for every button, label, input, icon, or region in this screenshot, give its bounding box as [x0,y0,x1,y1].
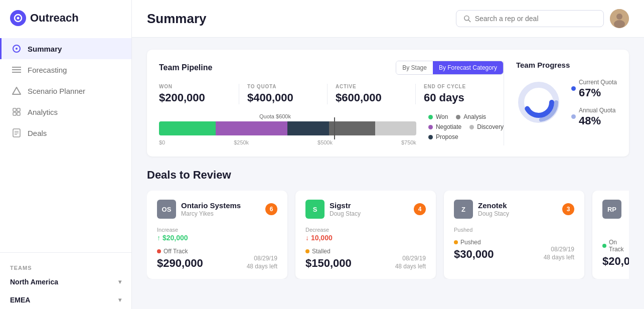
pipeline-toggle: By Stage By Forecast Category [396,61,504,75]
pipeline-legend: Won Analysis Negotiate [428,113,504,145]
deal-sigstr-rep: Doug Stacy [330,210,361,217]
team-progress-title: Team Progress [516,61,570,69]
bar-seg-won [159,121,216,135]
deal-zenotek-date-val: 08/29/19 [544,246,574,253]
deal-ontario-amount: $290,000 [157,257,203,270]
deal-sigstr-status-dot [305,249,309,253]
toggle-by-forecast[interactable]: By Forecast Category [433,61,503,74]
svg-marker-7 [13,87,21,94]
sidebar-item-forecasting[interactable]: Forecasting [0,59,131,80]
xaxis-0: $0 [159,139,165,145]
stat-end-of-cycle: END OF CYCLE 60 days [416,84,504,104]
svg-point-23 [526,89,552,115]
legend-dot-analysis [456,115,460,119]
bar-seg-discovery [375,121,416,135]
deals-grid: OS Ontario Systems Marcy Yikes 6 Increas… [147,191,629,279]
deal-sigstr-name: Sigstr [330,201,361,210]
deal-card-zenotek[interactable]: Z Zenotek Doug Stacy 3 Pushed [444,191,584,279]
bar-chart [159,121,416,135]
bar-seg-propose [287,121,329,135]
logo-text: Outreach [30,12,79,25]
deal-sigstr-company: S Sigstr Doug Stacy [305,200,361,219]
xaxis-3: $750k [401,139,416,145]
search-box[interactable] [456,10,604,27]
deal-zenotek-status: Pushed [454,239,494,246]
deal-sigstr-status: Stalled [305,248,352,255]
deal-zenotek-rep: Doug Stacy [478,210,509,217]
deal-sigstr-status-label: Stalled [312,248,331,255]
pipeline-body: Quota $600k [159,113,504,145]
deal-zenotek-days: 48 days left [544,254,574,261]
stat-won-value: $200,000 [159,91,231,104]
toggle-by-stage[interactable]: By Stage [396,61,433,74]
deal-sigstr-logo: S [305,200,325,219]
stat-to-quota-label: TO QUOTA [247,84,319,89]
svg-point-20 [614,20,625,28]
stat-won: WON $200,000 [159,84,239,104]
legend-discovery-label: Discovery [477,123,504,130]
deal-rp-amount: $20,0 [602,255,629,268]
current-quota-item: Current Quota 67% [571,77,617,99]
deal-sigstr-change-label: Decrease [305,227,426,233]
deal-zenotek-status-dot [454,240,458,244]
teams-section-label: TEAMS [0,257,131,273]
deals-title: Deals to Review [147,169,629,182]
sidebar-item-scenario-planner[interactable]: Scenario Planner [0,80,131,101]
logo-area: Outreach [0,0,131,34]
deal-ontario-rep: Marcy Yikes [181,210,241,217]
deal-zenotek-header: Z Zenotek Doug Stacy 3 [454,200,574,219]
current-quota-pct: 67% [579,86,617,99]
main-nav: Summary Forecasting Scenario Planner [0,34,131,252]
quota-label: Quota $600k [259,113,416,119]
team-progress-section: Team Progress [504,61,617,145]
deal-card-rp[interactable]: RP On Track $20,0 [592,191,629,279]
sidebar-item-deals[interactable]: Deals [0,122,131,143]
deals-section: Deals to Review OS Ontario Systems Marcy… [147,169,629,279]
legend-analysis-label: Analysis [463,113,486,120]
emea-label: EMEA [10,296,30,304]
deal-sigstr-date: 08/29/19 48 days left [395,255,426,270]
deal-ontario-company: OS Ontario Systems Marcy Yikes [157,200,241,219]
annual-quota-dot [571,114,576,119]
deal-zenotek-date: 08/29/19 48 days left [544,246,574,261]
legend-row-3: Propose [428,133,504,140]
deal-sigstr-status-area: Stalled $150,000 [305,248,352,270]
bar-segments [159,121,416,135]
deal-card-ontario[interactable]: OS Ontario Systems Marcy Yikes 6 Increas… [147,191,287,279]
deal-sigstr-initials: S [313,206,317,213]
annual-quota-pct: 48% [579,114,615,127]
sidebar-item-analytics[interactable]: Analytics [0,101,131,122]
deals-icon [12,128,22,138]
sidebar-team-north-america[interactable]: North America ▾ [0,273,131,291]
sidebar-team-emea[interactable]: EMEA ▾ [0,291,131,309]
deal-rp-header: RP [602,200,629,219]
main-content: Summary Team Pipeli [132,0,644,309]
quota-tick [334,117,335,139]
emea-chevron: ▾ [118,296,121,303]
legend-propose-label: Propose [436,133,458,140]
page-title: Summary [147,11,207,27]
deal-ontario-date-val: 08/29/19 [247,255,277,262]
deal-ontario-header: OS Ontario Systems Marcy Yikes 6 [157,200,277,219]
progress-body: Current Quota 67% Annual Quota 48% [516,77,617,127]
legend-won: Won [428,113,448,120]
bar-seg-negotiate [216,121,288,135]
deal-zenotek-text: Zenotek Doug Stacy [478,201,509,217]
deal-ontario-days: 48 days left [247,263,277,270]
annual-quota-item: Annual Quota 48% [571,105,617,127]
deal-card-sigstr[interactable]: S Sigstr Doug Stacy 4 Decrease ↓ 10,000 [295,191,436,279]
progress-labels: Current Quota 67% Annual Quota 48% [571,77,617,127]
deal-zenotek-name: Zenotek [478,201,509,210]
deal-zenotek-status-area: Pushed $30,000 [454,239,494,261]
deal-ontario-footer: Off Track $290,000 08/29/19 48 days left [157,248,277,270]
content-area: Team Pipeline By Stage By Forecast Categ… [132,38,644,291]
legend-won-label: Won [436,113,448,120]
sidebar-item-summary-label: Summary [28,45,62,53]
deal-ontario-text: Ontario Systems Marcy Yikes [181,201,241,217]
current-quota-label: Current Quota [579,79,617,86]
search-input[interactable] [475,15,596,23]
deal-rp-status-dot [602,244,606,248]
sidebar-item-summary[interactable]: Summary [0,38,131,59]
svg-rect-10 [13,112,16,115]
deal-ontario-date: 08/29/19 48 days left [247,255,277,270]
